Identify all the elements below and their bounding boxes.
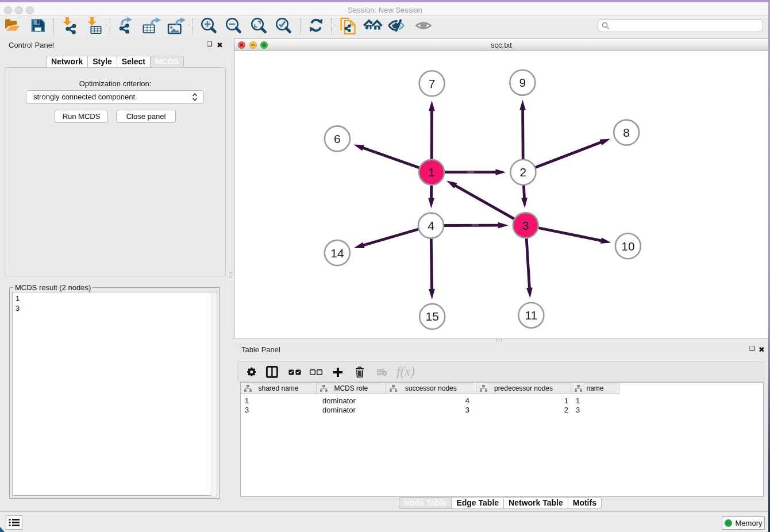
svg-text:3: 3 [522, 219, 529, 232]
svg-text:15: 15 [426, 310, 439, 323]
svg-text:1: 1 [428, 165, 435, 179]
svg-text:8: 8 [623, 126, 630, 139]
svg-text:2: 2 [520, 165, 527, 179]
svg-text:7: 7 [429, 77, 436, 90]
svg-text:6: 6 [334, 132, 341, 145]
svg-text:11: 11 [525, 309, 537, 322]
svg-text:4: 4 [428, 219, 434, 232]
svg-text:9: 9 [519, 76, 526, 89]
svg-text:10: 10 [621, 240, 634, 253]
svg-text:14: 14 [330, 246, 344, 260]
